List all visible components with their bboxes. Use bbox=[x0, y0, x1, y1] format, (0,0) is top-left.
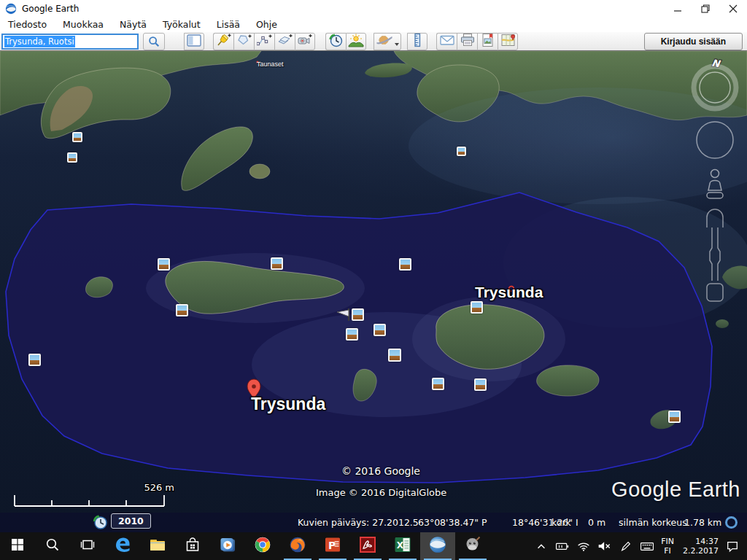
add-polygon-button[interactable] bbox=[233, 33, 254, 50]
explorer-icon bbox=[149, 536, 166, 556]
volume-muted-icon[interactable] bbox=[597, 539, 612, 553]
menu-tiedosto[interactable]: Tiedosto bbox=[0, 18, 55, 32]
search-text: Trysunda, Ruotsi bbox=[4, 36, 75, 47]
system-tray: FINFI14:372.2.2017 bbox=[534, 532, 747, 560]
menu-ohje[interactable]: Ohje bbox=[248, 18, 285, 32]
planet-icon bbox=[376, 33, 393, 50]
menu-bar: TiedostoMuokkaaNäytäTyökalutLisääOhje bbox=[0, 18, 747, 32]
menu-muokkaa[interactable]: Muokkaa bbox=[55, 18, 112, 32]
taskbar-powerpoint-button[interactable]: P bbox=[315, 532, 350, 560]
zoom-slider bbox=[707, 209, 723, 301]
task-view-icon bbox=[80, 537, 96, 556]
streaming-indicator bbox=[725, 516, 738, 529]
svg-text:P: P bbox=[328, 540, 336, 551]
photo-marker-icon[interactable] bbox=[176, 304, 188, 316]
ruler-icon bbox=[411, 33, 424, 50]
battery-icon[interactable] bbox=[555, 539, 570, 553]
pegman-icon bbox=[707, 170, 723, 199]
print-icon bbox=[460, 33, 476, 50]
photo-marker-icon[interactable] bbox=[374, 324, 386, 336]
photo-marker-icon[interactable] bbox=[271, 257, 283, 270]
wifi-icon[interactable] bbox=[576, 539, 591, 553]
search-button[interactable] bbox=[143, 33, 165, 50]
toggle-sidebar-button[interactable] bbox=[184, 33, 204, 50]
google-earth-window: Google Earth TiedostoMuokkaaNäytäTyökalu… bbox=[0, 0, 747, 560]
photo-marker-icon[interactable] bbox=[471, 301, 483, 314]
add-placemark-button[interactable] bbox=[213, 33, 233, 50]
email-icon bbox=[439, 33, 455, 50]
photo-marker-icon[interactable] bbox=[67, 152, 77, 163]
language-indicator[interactable]: FINFI bbox=[661, 537, 674, 556]
photo-marker-icon[interactable] bbox=[457, 147, 466, 156]
action-center-icon[interactable] bbox=[725, 539, 740, 553]
menu-nyt[interactable]: Näytä bbox=[112, 18, 155, 32]
photo-marker-icon[interactable] bbox=[158, 258, 170, 271]
clock-indicator[interactable]: 14:372.2.2017 bbox=[681, 537, 719, 556]
taskbar-taskbar-search-button[interactable] bbox=[35, 532, 70, 560]
menu-tykalut[interactable]: Työkalut bbox=[155, 18, 209, 32]
view-in-maps-button[interactable] bbox=[498, 33, 518, 50]
taskbar-excel-button[interactable]: X bbox=[385, 532, 420, 560]
photo-marker-icon[interactable] bbox=[474, 378, 487, 391]
photo-marker-icon[interactable] bbox=[346, 328, 358, 341]
time-slider-clock-icon[interactable] bbox=[92, 514, 108, 530]
print-button[interactable] bbox=[457, 33, 477, 50]
pen-icon[interactable] bbox=[619, 539, 633, 553]
photo-marker-icon[interactable] bbox=[72, 132, 82, 142]
taskbar-store-button[interactable] bbox=[175, 532, 210, 560]
taskbar-google-earth-button[interactable] bbox=[420, 532, 455, 560]
photo-marker-icon[interactable] bbox=[352, 308, 364, 321]
add-image-overlay-button[interactable] bbox=[274, 33, 295, 50]
scale-label: 526 m bbox=[144, 482, 174, 493]
add-path-button[interactable] bbox=[254, 33, 274, 50]
taskbar-start-button[interactable] bbox=[0, 532, 35, 560]
sign-in-label: Kirjaudu sisään bbox=[661, 36, 726, 47]
email-button[interactable] bbox=[436, 33, 457, 50]
flag-marker-icon[interactable] bbox=[334, 307, 353, 323]
placemark-label[interactable]: Trysunda bbox=[251, 394, 325, 414]
taskbar-file-explorer-button[interactable] bbox=[140, 532, 175, 560]
photo-marker-icon[interactable] bbox=[668, 411, 681, 423]
taskbar-task-view-button[interactable] bbox=[70, 532, 105, 560]
switch-planet-button[interactable] bbox=[374, 33, 401, 50]
sunlight-icon bbox=[348, 33, 364, 50]
historical-imagery-button[interactable] bbox=[325, 33, 346, 50]
photo-marker-icon[interactable] bbox=[388, 349, 401, 362]
taskbar-gimp-button[interactable] bbox=[455, 532, 490, 560]
time-slider-year-button[interactable]: 2010 bbox=[111, 513, 151, 529]
minimize-button[interactable] bbox=[664, 0, 692, 18]
window-title: Google Earth bbox=[22, 4, 79, 14]
place-label[interactable]: Trysunda bbox=[475, 284, 543, 301]
tray-date: 2.2.2017 bbox=[681, 546, 719, 556]
firefox-icon bbox=[289, 536, 306, 556]
menu-lis[interactable]: Lisää bbox=[209, 18, 248, 32]
photo-marker-icon[interactable] bbox=[432, 378, 444, 390]
sidebar-toggle-icon bbox=[187, 34, 201, 49]
taskbar-firefox-button[interactable] bbox=[280, 532, 315, 560]
satellite-map bbox=[0, 51, 747, 532]
touch-keyboard-icon[interactable] bbox=[640, 539, 654, 553]
altitude-label: kork bbox=[551, 517, 571, 528]
imagery-attribution: Image © 2016 DigitalGlobe bbox=[316, 487, 446, 498]
sign-in-button[interactable]: Kirjaudu sisään bbox=[644, 33, 743, 50]
taskbar-media-player-button[interactable] bbox=[210, 532, 245, 560]
map-viewport[interactable]: Trysunda Trysunda Taunaset N bbox=[0, 51, 747, 532]
record-tour-button[interactable] bbox=[295, 33, 315, 50]
toolbar: Trysunda, Ruotsi Kirjaudu sisään bbox=[0, 32, 747, 51]
search-input[interactable]: Trysunda, Ruotsi bbox=[1, 34, 139, 50]
chevron-up-icon[interactable] bbox=[534, 539, 549, 553]
restore-button[interactable] bbox=[692, 0, 719, 18]
photo-marker-icon[interactable] bbox=[399, 258, 411, 271]
add-polygon-icon bbox=[236, 33, 252, 50]
taskbar-acrobat-button[interactable] bbox=[350, 532, 385, 560]
ruler-button[interactable] bbox=[407, 33, 427, 50]
imagery-date: Kuvien päiväys: 27.2012.5 bbox=[298, 517, 419, 528]
sunlight-button[interactable] bbox=[346, 33, 366, 50]
photo-marker-icon[interactable] bbox=[28, 354, 41, 366]
taskbar-edge-button[interactable] bbox=[105, 532, 140, 560]
close-button[interactable] bbox=[719, 0, 747, 18]
taskbar-chrome-button[interactable] bbox=[245, 532, 280, 560]
status-bar: 2010 Kuvien päiväys: 27.2012.5 63°08'38.… bbox=[0, 513, 747, 532]
navigation-controls[interactable]: N bbox=[686, 55, 747, 306]
save-image-button[interactable] bbox=[477, 33, 498, 50]
